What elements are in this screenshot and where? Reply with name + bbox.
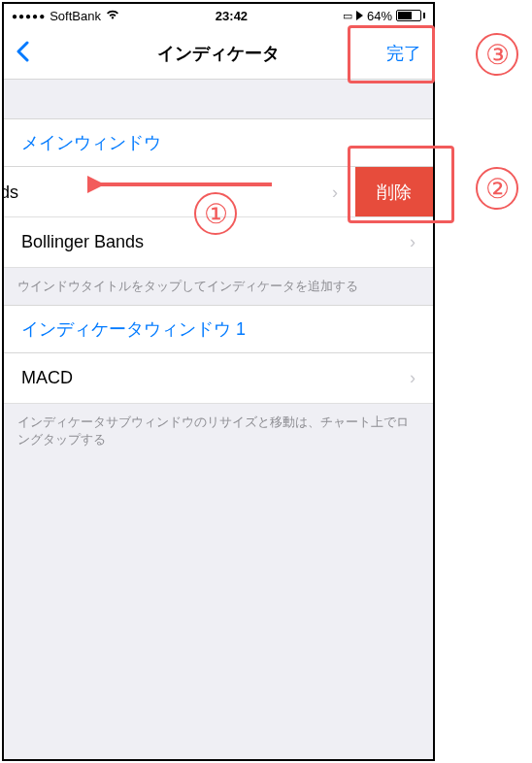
delete-button[interactable]: 削除: [355, 167, 433, 217]
nav-bar: インディケータ 完了: [4, 27, 433, 80]
main-window-header[interactable]: メインウィンドウ: [4, 118, 433, 167]
indicator-label: ger Bands: [4, 182, 332, 203]
status-bar: ●●●●● SoftBank 23:42 ▭ 64%: [4, 4, 433, 27]
chevron-right-icon: ›: [332, 182, 338, 203]
landscape-lock-icon: ▭: [343, 10, 352, 22]
battery-pct: 64%: [367, 9, 392, 23]
clock-label: 23:42: [216, 9, 248, 23]
indicator-label: MACD: [21, 368, 410, 388]
chevron-right-icon: ›: [410, 368, 416, 388]
main-window-hint: ウインドウタイトルをタップしてインディケータを追加する: [4, 268, 433, 305]
wifi-icon: [105, 9, 120, 23]
indicator-row[interactable]: Bollinger Bands ›: [4, 217, 433, 268]
annotation-circle-3: ③: [476, 33, 518, 76]
battery-icon: [396, 10, 425, 21]
status-right: ▭ 64%: [343, 9, 425, 23]
indicator-window-hint: インディケータサブウィンドウのリサイズと移動は、チャート上でロングタップする: [4, 404, 433, 458]
status-left: ●●●●● SoftBank: [12, 9, 120, 23]
indicator-row[interactable]: MACD ›: [4, 353, 433, 404]
done-button[interactable]: 完了: [363, 42, 421, 65]
indicator-row-swiped[interactable]: ger Bands › 削除: [4, 167, 433, 217]
play-icon: [356, 11, 363, 20]
indicator-label: Bollinger Bands: [21, 232, 410, 252]
content-area: メインウィンドウ ger Bands › 削除 Bollinger Bands …: [4, 80, 433, 759]
carrier-label: SoftBank: [50, 9, 101, 23]
signal-dots-icon: ●●●●●: [12, 11, 46, 21]
chevron-right-icon: ›: [410, 232, 416, 252]
back-button[interactable]: [16, 38, 54, 69]
indicator-window-header[interactable]: インディケータウィンドウ 1: [4, 305, 433, 353]
annotation-circle-2: ②: [476, 167, 518, 210]
